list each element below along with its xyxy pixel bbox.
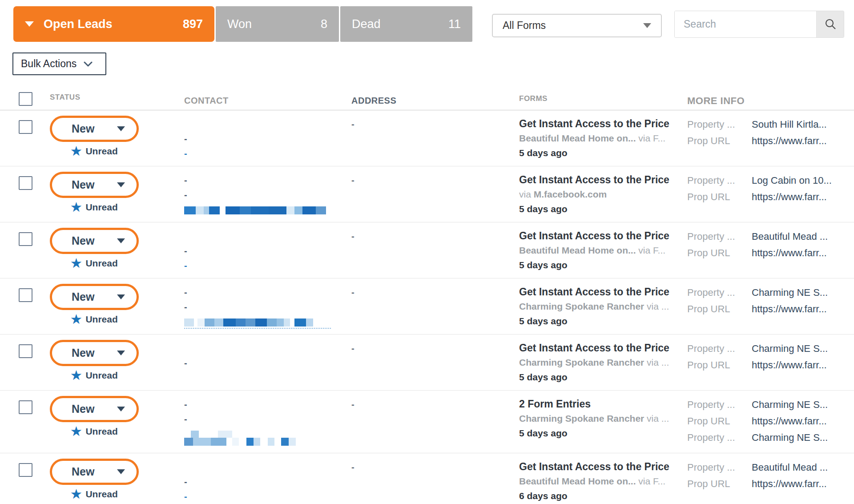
- search-box: [674, 11, 844, 38]
- form-source: Beautiful Mead Home on...: [519, 133, 636, 143]
- select-all-checkbox[interactable]: [19, 92, 32, 106]
- unread-flag[interactable]: ★ Unread: [50, 370, 139, 381]
- address-cell: -: [351, 278, 519, 334]
- unread-flag[interactable]: ★ Unread: [50, 146, 139, 157]
- more-info-label: Property ...: [687, 399, 752, 411]
- form-time: 5 days ago: [519, 148, 687, 158]
- form-source: Charming Spokane Rancher: [519, 301, 644, 311]
- status-dropdown[interactable]: New: [50, 459, 139, 485]
- form-entry-title[interactable]: Get Instant Access to the Price: [519, 118, 685, 130]
- more-info-label: Prop URL: [687, 135, 752, 147]
- row-checkbox[interactable]: [19, 400, 32, 414]
- unread-flag[interactable]: ★ Unread: [50, 258, 139, 269]
- status-dropdown[interactable]: New: [50, 340, 139, 366]
- row-checkbox[interactable]: [19, 463, 32, 477]
- form-entry-title[interactable]: Get Instant Access to the Price: [519, 286, 685, 298]
- header-address: ADDRESS: [351, 87, 519, 110]
- star-icon: ★: [71, 258, 81, 268]
- form-source: Charming Spokane Rancher: [519, 413, 644, 423]
- caret-down-icon: [117, 351, 125, 355]
- address-cell: -: [351, 391, 519, 453]
- more-info-label: Prop URL: [687, 247, 752, 259]
- more-info-label: Property ...: [687, 343, 752, 355]
- property-link[interactable]: Charming NE S...: [752, 432, 828, 444]
- header-contact: CONTACT: [184, 87, 351, 110]
- address-cell: -: [351, 166, 519, 222]
- contact-name: -: [184, 134, 351, 149]
- status-dropdown[interactable]: New: [50, 172, 139, 198]
- redacted-email-bar: [184, 319, 313, 327]
- row-checkbox[interactable]: [19, 176, 32, 190]
- prop-url-link[interactable]: https://www.farr...: [752, 359, 827, 371]
- table-row: New ★ Unread - - - Get Instant Access to…: [0, 110, 854, 166]
- bulk-actions-button[interactable]: Bulk Actions: [12, 52, 106, 75]
- form-source: Charming Spokane Rancher: [519, 357, 644, 367]
- row-checkbox[interactable]: [19, 232, 32, 246]
- caret-down-icon: [117, 294, 125, 299]
- header-status: STATUS: [50, 87, 184, 110]
- form-entry-title[interactable]: 2 Form Entries: [519, 398, 685, 410]
- form-via: via ...: [644, 301, 669, 311]
- contact-email: -: [184, 149, 351, 163]
- search-button[interactable]: [816, 11, 844, 37]
- tab-won[interactable]: Won 8: [216, 6, 339, 42]
- form-entry-title[interactable]: Get Instant Access to the Price: [519, 342, 685, 354]
- row-checkbox[interactable]: [19, 120, 32, 134]
- prop-url-link[interactable]: https://www.farr...: [752, 247, 827, 259]
- star-icon: ★: [71, 202, 81, 212]
- forms-filter-value: All Forms: [503, 20, 546, 32]
- unread-flag[interactable]: ★ Unread: [50, 314, 139, 325]
- status-dropdown[interactable]: New: [50, 116, 139, 142]
- property-link[interactable]: Charming NE S...: [752, 343, 828, 355]
- form-entry-title[interactable]: Get Instant Access to the Price: [519, 230, 685, 242]
- form-entry-title[interactable]: Get Instant Access to the Price: [519, 174, 685, 186]
- tab-dead[interactable]: Dead 11: [340, 6, 472, 42]
- caret-down-icon: [117, 126, 125, 131]
- contact-phone: -: [184, 190, 351, 205]
- address-cell: -: [351, 222, 519, 278]
- row-checkbox[interactable]: [19, 344, 32, 358]
- tab-label: Won: [227, 17, 252, 31]
- caret-down-icon: [117, 182, 125, 187]
- prop-url-link[interactable]: https://www.farr...: [752, 415, 827, 427]
- unread-flag[interactable]: ★ Unread: [50, 426, 139, 437]
- caret-down-icon: [25, 21, 34, 27]
- property-link[interactable]: Beautiful Mead ...: [752, 231, 828, 242]
- form-source: Beautiful Mead Home on...: [519, 476, 636, 486]
- prop-url-link[interactable]: https://www.farr...: [752, 135, 827, 147]
- prop-url-link[interactable]: https://www.farr...: [752, 478, 827, 490]
- property-link[interactable]: Log Cabin on 10...: [752, 175, 832, 186]
- property-link[interactable]: South Hill Kirtla...: [752, 119, 827, 130]
- caret-down-icon: [117, 469, 125, 474]
- form-via: via ...: [644, 413, 669, 423]
- prop-url-link[interactable]: https://www.farr...: [752, 191, 827, 203]
- star-icon: ★: [71, 489, 81, 499]
- form-entry-title[interactable]: Get Instant Access to the Price: [519, 461, 685, 473]
- property-link[interactable]: Charming NE S...: [752, 287, 828, 298]
- property-link[interactable]: Beautiful Mead ...: [752, 462, 828, 473]
- more-info-label: Prop URL: [687, 359, 752, 371]
- contact-name: -: [184, 246, 351, 261]
- unread-flag[interactable]: ★ Unread: [50, 489, 139, 500]
- unread-flag[interactable]: ★ Unread: [50, 202, 139, 213]
- tab-label: Open Leads: [44, 17, 113, 31]
- status-dropdown[interactable]: New: [50, 228, 139, 254]
- chevron-down-icon: [84, 61, 93, 67]
- status-dropdown[interactable]: New: [50, 284, 139, 310]
- form-time: 5 days ago: [519, 204, 687, 214]
- row-checkbox[interactable]: [19, 288, 32, 302]
- forms-filter-dropdown[interactable]: All Forms: [492, 14, 662, 37]
- form-time: 6 days ago: [519, 491, 687, 501]
- more-info-label: Property ...: [687, 231, 752, 242]
- redacted-email-bar: [184, 438, 296, 446]
- status-dropdown[interactable]: New: [50, 396, 139, 422]
- table-row: New ★ Unread - - - Get Instant Access to…: [0, 222, 854, 278]
- tab-label: Dead: [352, 17, 381, 31]
- property-link[interactable]: Charming NE S...: [752, 399, 828, 411]
- more-info-label: Property ...: [687, 119, 752, 130]
- more-info-label: Prop URL: [687, 478, 752, 490]
- search-input[interactable]: [675, 11, 816, 37]
- lead-status-tabs: Open Leads 897 Won 8 Dead 11: [13, 6, 472, 42]
- tab-open-leads[interactable]: Open Leads 897: [13, 6, 214, 42]
- prop-url-link[interactable]: https://www.farr...: [752, 303, 827, 315]
